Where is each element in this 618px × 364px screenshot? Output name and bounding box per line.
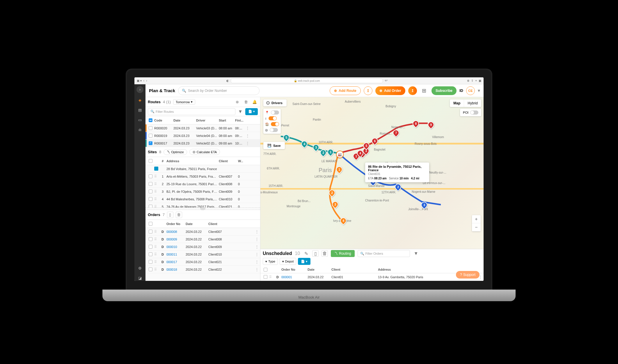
delete-route-icon[interactable]: 🗑 — [243, 99, 249, 105]
filter-icon[interactable]: ▼ — [237, 108, 244, 115]
export-routes-button[interactable]: 📄 ▾ — [245, 108, 258, 115]
route-row[interactable]: R000017 2024.03.23 Vehicle02 (D... 09:00… — [145, 140, 260, 147]
col-u-client[interactable]: Client — [331, 268, 377, 271]
drag-handle-icon[interactable]: ⠿ — [154, 260, 159, 264]
site-row[interactable]: ⠿ 3 BJ, Pl. de l'Opéra, 75009 Paris, Fra… — [145, 188, 260, 195]
order-link[interactable]: 000008 — [166, 230, 185, 233]
shield-icon[interactable]: ◐ — [226, 79, 229, 82]
depot-map-icon[interactable]: 🏭 — [336, 151, 344, 158]
drag-handle-icon[interactable]: ⠿ — [154, 197, 159, 201]
order-checkbox[interactable] — [149, 237, 152, 241]
depot-row[interactable]: 28 Bd Voltaire, 75011 Paris, France — [145, 165, 260, 173]
uns-checkbox[interactable] — [264, 275, 267, 279]
search-input[interactable]: 🔍 Search by Order Number — [178, 86, 260, 95]
uns-order-link[interactable]: 000001 — [281, 275, 307, 279]
order-checkbox[interactable] — [149, 252, 152, 256]
upload-route-button[interactable]: ↥ — [364, 86, 372, 95]
col-address[interactable]: Address — [166, 159, 218, 163]
forward-icon[interactable]: › — [146, 79, 147, 82]
pin-red-8[interactable]: 8 — [411, 119, 420, 128]
layer-toggle-4[interactable] — [270, 128, 278, 132]
col-finish[interactable]: Fini... — [235, 119, 245, 122]
site-checkbox[interactable] — [149, 197, 152, 201]
order-checkbox[interactable] — [149, 230, 152, 233]
order-more-icon[interactable]: ⋮ — [254, 245, 258, 249]
resize-handle[interactable] — [200, 208, 205, 210]
route-more-icon[interactable]: ⋮ — [245, 126, 249, 131]
zoom-in-button[interactable]: + — [472, 215, 481, 223]
col-u-date[interactable]: Date — [307, 268, 331, 271]
site-checkbox[interactable] — [149, 174, 152, 178]
order-row[interactable]: ⠿ D 000018 2024.03.22 Client022 ⋮ — [145, 266, 260, 273]
add-route-button[interactable]: ⊕ Add Route — [330, 86, 361, 95]
site-row[interactable]: ⠿ 1 Arts-et-Métiers, 75003 Paris, France… — [145, 173, 260, 180]
order-row[interactable]: ⠿ D 000008 2024.03.22 Client007 ⋮ — [145, 228, 260, 235]
routes-date-filter[interactable]: Tomorrow▾ — [173, 99, 195, 105]
col-u-orderno[interactable]: Order No — [281, 268, 307, 271]
tabs-icon[interactable]: ▣ — [479, 79, 481, 82]
browser-url[interactable]: 🔒 web.track-pod.com — [231, 78, 383, 83]
pin-red-7[interactable]: 7 — [391, 128, 400, 137]
order-checkbox[interactable] — [149, 260, 152, 264]
zoom-out-button[interactable]: − — [472, 223, 481, 231]
calculate-eta-button[interactable]: ◎Calculate ETA — [189, 149, 220, 155]
order-row[interactable]: ⠿ D 000011 2024.03.22 Client010 ⋮ — [145, 251, 260, 258]
drag-handle-icon[interactable]: ⠿ — [154, 245, 159, 249]
layer-toggle-2[interactable] — [269, 116, 277, 120]
pin-orange-3[interactable]: 3 — [331, 200, 340, 209]
add-order-button[interactable]: ⊕ Add Order — [375, 86, 405, 95]
site-checkbox[interactable] — [149, 182, 152, 186]
select-all-sites[interactable] — [149, 159, 152, 163]
order-link[interactable]: 000018 — [166, 268, 185, 271]
translate-icon[interactable]: ⟲ᴬ — [385, 79, 388, 82]
filter-routes-input[interactable]: 🔍 Filter Routes — [148, 108, 235, 115]
order-link[interactable]: 000017 — [166, 260, 185, 264]
pin-red-9[interactable]: 9 — [426, 120, 435, 129]
expand-rail-button[interactable]: › — [136, 86, 143, 93]
drag-handle-icon[interactable]: ⠿ — [154, 205, 159, 208]
select-all-unscheduled[interactable] — [264, 268, 267, 272]
site-checkbox[interactable] — [149, 190, 152, 193]
col-code[interactable]: Code — [154, 119, 173, 122]
route-checkbox[interactable] — [149, 126, 152, 130]
share-icon[interactable]: ⇪ — [471, 79, 473, 82]
poi-toggle[interactable]: POI — [460, 109, 481, 116]
order-more-icon[interactable]: ⋮ — [254, 252, 258, 257]
route-checkbox[interactable] — [149, 141, 152, 145]
drivers-toggle[interactable]: Drivers — [263, 99, 287, 106]
route-row[interactable]: R000020 2024.03.23 Vehicle03 (D... 08:00… — [145, 124, 260, 132]
map-save-button[interactable]: 💾 Save — [263, 142, 285, 149]
route-more-icon[interactable]: ⋮ — [245, 133, 249, 138]
drag-handle-icon[interactable]: ⠿ — [154, 230, 159, 234]
nav-settings-icon[interactable]: ⚙ — [137, 265, 143, 271]
drag-handle-icon[interactable]: ⠿ — [154, 174, 159, 179]
col-order-client[interactable]: Client — [208, 222, 251, 226]
filter-unscheduled-input[interactable]: 🔍 Filter Orders — [358, 250, 410, 257]
route-more-icon[interactable]: ⋮ — [245, 141, 249, 146]
pin-orange-1[interactable]: 1 — [335, 165, 344, 174]
user-avatar[interactable]: CE — [466, 86, 475, 95]
order-link[interactable]: 000011 — [166, 253, 185, 256]
filter-unscheduled-icon[interactable]: ▼ — [413, 250, 419, 257]
site-row[interactable]: ⠿ 2 25-19 Rue du Louvre, 75001 Paris, Fr… — [145, 180, 260, 188]
download-icon[interactable]: ⊕ — [467, 79, 469, 82]
order-link[interactable]: 000010 — [166, 245, 185, 249]
edit-unscheduled-icon[interactable]: ✎ — [303, 250, 309, 257]
order-more-icon[interactable]: ⋮ — [254, 229, 258, 234]
pin-teal-4[interactable]: 4 — [300, 139, 309, 148]
unscheduled-row[interactable]: ⠿ D 000001 2024.03.22 Client01 13-9 Av. … — [260, 273, 484, 281]
select-all-orders[interactable] — [149, 222, 152, 226]
col-we[interactable]: We — [237, 159, 243, 163]
drag-handle-icon[interactable]: ⠿ — [269, 275, 274, 279]
site-row[interactable]: ⠿ 5 74-76 Av de Wagram 75017 Paris Fra C… — [145, 203, 260, 208]
support-button[interactable]: ? Support — [456, 271, 480, 279]
nav-help-icon[interactable]: ◪ — [137, 275, 143, 281]
nav-contacts-icon[interactable]: ▭ — [137, 117, 143, 123]
optimize-button[interactable]: 〽Optimize — [164, 149, 187, 155]
back-icon[interactable]: ‹ — [143, 79, 144, 82]
col-driver[interactable]: Driver — [196, 119, 218, 122]
clear-filter-icon[interactable]: ⊗ — [234, 99, 240, 105]
order-link[interactable]: 000009 — [166, 238, 185, 241]
copy-orders-icon[interactable]: ▯ — [167, 212, 173, 218]
pin-blue-2[interactable]: 2 — [393, 182, 402, 191]
